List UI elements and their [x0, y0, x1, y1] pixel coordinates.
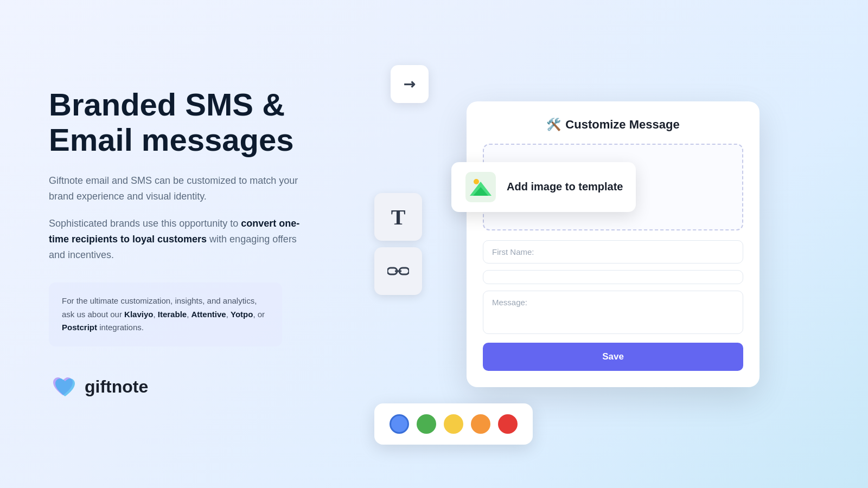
link-icon-card[interactable]: [374, 247, 422, 295]
klaviyo: Klaviyo: [124, 310, 153, 319]
dot-yellow[interactable]: [444, 414, 463, 434]
logo-text: giftnote: [85, 377, 148, 397]
info-box: For the ultimate customization, insights…: [49, 282, 282, 346]
floating-tool-cards: T: [374, 193, 422, 295]
image-upload-area[interactable]: Add image to template: [483, 144, 743, 230]
dot-blue[interactable]: [390, 414, 409, 434]
main-heading: Branded SMS &Email messages: [49, 87, 315, 158]
giftnote-logo-icon: [49, 373, 77, 401]
card-title: Customize Message: [565, 118, 679, 132]
desc-text-1: Giftnote email and SMS can be customized…: [49, 173, 315, 204]
desc-text-2: Sophisticated brands use this opportunit…: [49, 216, 315, 262]
message-placeholder: Message:: [492, 298, 527, 307]
desc2-prefix: Sophisticated brands use this opportunit…: [49, 218, 241, 229]
svg-point-4: [474, 179, 479, 184]
left-section: Branded SMS &Email messages Giftnote ema…: [0, 44, 358, 444]
postcript: Postcript: [62, 323, 97, 332]
image-icon-wrap: [464, 171, 497, 203]
right-section: ↗ T 🛠️ Customize Message: [358, 0, 868, 488]
info-end: integrations.: [97, 323, 144, 332]
attentive: Attentive: [191, 310, 226, 319]
arrow-card: ↗: [391, 65, 429, 103]
arrow-icon: ↗: [399, 74, 419, 94]
card-header: 🛠️ Customize Message: [483, 118, 743, 132]
text-icon-card[interactable]: T: [374, 193, 422, 241]
dot-green[interactable]: [417, 414, 436, 434]
logo-area: giftnote: [49, 373, 315, 401]
yotpo: Yotpo: [231, 310, 253, 319]
customize-message-card: 🛠️ Customize Message Add i: [467, 101, 760, 387]
color-dots-card: [374, 403, 533, 445]
iterable: Iterable: [158, 310, 187, 319]
dot-red[interactable]: [498, 414, 518, 434]
second-field[interactable]: [483, 270, 743, 284]
first-name-field[interactable]: First Name:: [483, 240, 743, 264]
add-image-card[interactable]: Add image to template: [451, 162, 636, 212]
tools-icon: 🛠️: [546, 118, 561, 132]
save-button[interactable]: Save: [483, 343, 743, 371]
dot-orange[interactable]: [471, 414, 490, 434]
add-image-label: Add image to template: [507, 181, 623, 193]
message-field[interactable]: Message:: [483, 291, 743, 334]
